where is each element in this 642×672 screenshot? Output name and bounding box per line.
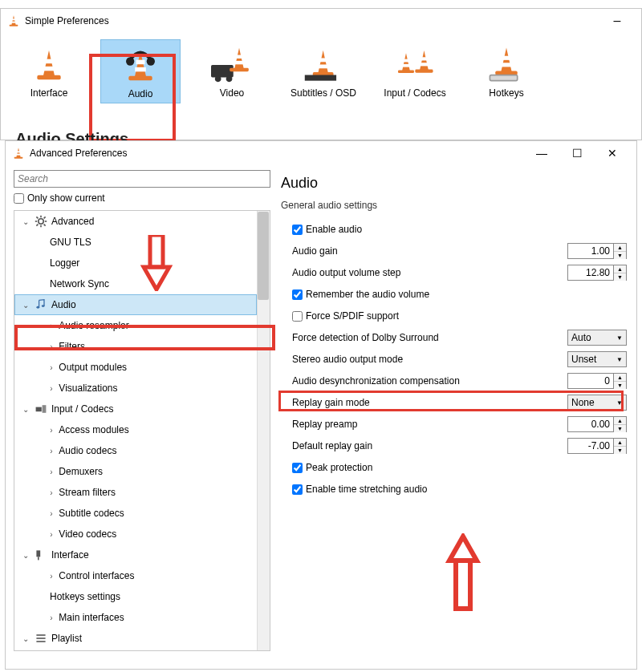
svg-rect-24 [43,405,47,413]
spin-up-icon[interactable]: ▲ [614,374,626,382]
list-icon [34,632,48,645]
category-label: Interface [30,87,68,99]
tree-label: Main interfaces [59,612,124,623]
spin-down-icon[interactable]: ▼ [614,252,626,259]
simple-titlebar: Simple Preferences – [1,9,641,33]
tree-item-control-interfaces[interactable]: › Control interfaces [14,565,257,586]
minimize-button[interactable]: – [599,9,635,33]
dropdown-arrow-icon: ▼ [616,356,623,363]
chevron-right-icon: › [47,384,56,393]
rg-preamp-input[interactable]: ▲▼ [567,416,627,432]
tree-item-audio-codecs[interactable]: › Audio codecs [14,440,257,461]
tree-item-stream-filters[interactable]: › Stream filters [14,482,257,503]
advanced-window-title: Advanced Preferences [30,148,524,159]
spin-up-icon[interactable]: ▲ [614,439,626,447]
tree-label: Logger [50,257,79,269]
scrollbar-thumb[interactable] [258,212,269,300]
spin-down-icon[interactable]: ▼ [614,425,626,432]
tree-item-interface[interactable]: ⌄ Interface [14,544,257,565]
tree-item-gnutls[interactable]: GNU TLS [14,232,257,253]
tree-item-logger[interactable]: Logger [14,253,257,273]
sidebar: Only show current ⌄ Advanced GNU TLS Log… [6,165,274,669]
minimize-button[interactable]: — [524,141,559,165]
close-button[interactable]: ✕ [595,141,630,165]
stereo-select[interactable]: Unset▼ [567,351,627,367]
category-toolbar: Interface Audio Video [1,33,641,103]
chevron-right-icon: › [47,509,56,518]
maximize-button[interactable]: ☐ [559,141,595,165]
dropdown-arrow-icon: ▼ [616,399,623,407]
category-input-codecs[interactable]: Input / Codecs [375,39,455,103]
chevron-right-icon: › [47,613,56,622]
gear-icon [34,215,48,228]
codec-icon [34,403,48,415]
tree-label: Audio resampler [59,320,128,331]
category-interface[interactable]: Interface [9,39,89,103]
tree-item-audio-resampler[interactable]: › Audio resampler [14,315,257,336]
tree-item-playlist[interactable]: ⌄ Playlist [14,628,257,649]
tree-item-output-modules[interactable]: › Output modules [14,357,257,378]
svg-line-19 [44,217,46,218]
spin-down-icon[interactable]: ▼ [614,447,626,454]
tree-item-demuxers[interactable]: › Demuxers [14,461,257,482]
chevron-down-icon: ⌄ [21,405,30,414]
chevron-down-icon: ⌄ [21,551,30,560]
tree-item-subtitle-codecs[interactable]: › Subtitle codecs [14,503,257,524]
tree-label: Demuxers [59,466,103,477]
svg-rect-6 [211,65,234,78]
category-video[interactable]: Video [192,39,272,103]
spin-up-icon[interactable]: ▲ [614,265,626,273]
tree-label: Access modules [59,424,128,435]
chevron-right-icon: › [47,488,56,497]
rg-mode-select[interactable]: None▼ [567,395,627,411]
rg-default-label: Default replay gain [281,440,567,451]
rg-default-input[interactable]: ▲▼ [567,438,627,454]
tree-item-main-interfaces[interactable]: › Main interfaces [14,607,257,628]
treeview: ⌄ Advanced GNU TLS Logger Network Sync ⌄ [14,210,270,651]
only-show-current-label: Only show current [27,192,105,204]
remember-volume-checkbox[interactable]: Remember the audio volume [281,289,429,300]
volume-step-input[interactable]: ▲▼ [567,265,627,281]
svg-line-17 [44,225,46,226]
tree-label: Input / Codecs [51,403,113,415]
dolby-select[interactable]: Auto▼ [567,330,627,346]
tree-scrollbar[interactable] [257,211,270,650]
svg-rect-26 [38,557,39,560]
spin-up-icon[interactable]: ▲ [614,417,626,425]
peak-protection-checkbox[interactable]: Peak protection [281,462,372,473]
interface-icon [27,43,71,83]
spdif-checkbox[interactable]: Force S/PDIF support [281,310,399,322]
category-hotkeys[interactable]: Hotkeys [466,39,547,103]
simple-window-title: Simple Preferences [25,15,599,26]
only-show-current-checkbox[interactable]: Only show current [14,192,274,204]
tree-item-input-codecs[interactable]: ⌄ Input / Codecs [14,399,257,419]
dropdown-arrow-icon: ▼ [616,334,623,342]
tree-label: Hotkeys settings [50,591,120,602]
tree-item-advanced[interactable]: ⌄ Advanced [14,211,257,232]
tree-item-video-codecs[interactable]: › Video codecs [14,524,257,544]
category-label: Video [220,87,244,99]
brush-icon [34,549,48,561]
content-subheading: General audio settings [281,200,627,211]
time-stretch-checkbox[interactable]: Enable time stretching audio [281,484,427,495]
chevron-right-icon: › [47,426,56,435]
spin-down-icon[interactable]: ▼ [614,382,626,389]
tree-item-filters[interactable]: › Filters [14,336,257,357]
only-show-current-input[interactable] [14,193,24,204]
audio-gain-input[interactable]: ▲▼ [567,243,627,259]
advanced-titlebar: Advanced Preferences — ☐ ✕ [6,141,636,165]
tree-item-visualizations[interactable]: › Visualizations [14,378,257,399]
spin-up-icon[interactable]: ▲ [614,244,626,252]
tree-item-audio[interactable]: ⌄ Audio [14,294,257,315]
spin-down-icon[interactable]: ▼ [614,273,626,281]
tree-item-hotkeys-settings[interactable]: Hotkeys settings [14,586,257,607]
category-audio[interactable]: Audio [100,39,181,103]
tree-item-access-modules[interactable]: › Access modules [14,419,257,440]
search-input[interactable] [14,170,270,188]
category-label: Audio [128,88,153,99]
category-subtitles[interactable]: Subtitles / OSD [283,39,364,103]
desync-input[interactable]: ▲▼ [567,373,627,389]
enable-audio-checkbox[interactable]: Enable audio [281,224,362,235]
tree-item-network-sync[interactable]: Network Sync [14,273,257,294]
tree-label: Stream filters [59,487,116,498]
